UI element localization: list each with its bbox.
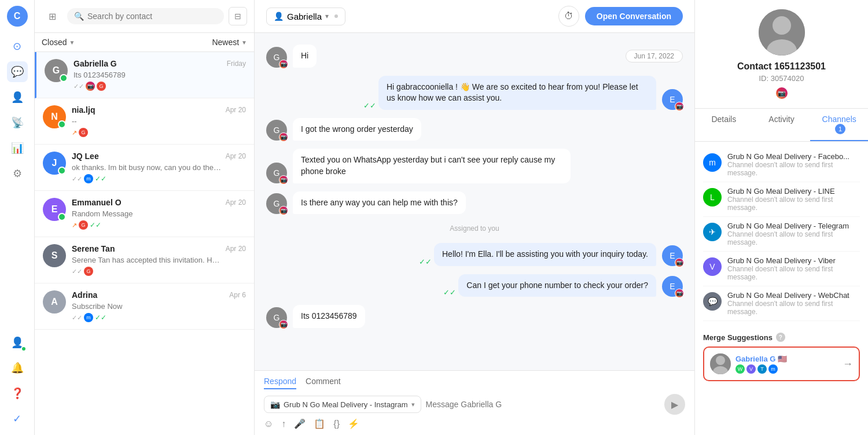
sidebar-item-profile[interactable]: 👤: [7, 332, 28, 353]
variable-icon[interactable]: {}: [333, 419, 340, 429]
msg-channel-badge-5: 📷: [279, 206, 288, 215]
msg-avatar-8: E 📷: [662, 276, 683, 297]
lightning-icon[interactable]: ⚡: [348, 418, 359, 429]
contact-selector-name: Gabriella: [287, 12, 322, 21]
read-check-5: ✓✓: [72, 268, 82, 275]
msg-check-8: ✓✓: [443, 288, 456, 297]
merge-suggestions-title: Merge Suggestions ?: [703, 333, 860, 342]
sidebar-item-dashboard[interactable]: ⊙: [7, 36, 28, 57]
channel-icon-webchat: 💬: [703, 292, 722, 311]
sidebar-item-reports[interactable]: 📊: [7, 138, 28, 158]
contact-selector[interactable]: 👤 Gabriella ▾: [266, 8, 345, 25]
conv-item-6[interactable]: A Adrina Apr 6 Subscribe Now ✓✓ m ✓✓: [35, 283, 254, 330]
read-check-1: ✓✓: [73, 83, 84, 90]
merge-contact-channels: W V T m: [735, 364, 787, 374]
conv-filter-bar: Closed ▼ Newest ▼: [35, 33, 254, 52]
conv-avatar-wrap-6: A: [43, 290, 66, 314]
sidebar-item-check[interactable]: ✓: [7, 408, 28, 429]
status-dot-4: [58, 213, 66, 221]
channel-select[interactable]: 📷 Grub N Go Meal Delivery - Instagram ▾: [264, 396, 421, 413]
conv-item-preview-1: Its 0123456789: [73, 71, 224, 79]
search-input[interactable]: [87, 12, 217, 21]
template-icon[interactable]: 📋: [314, 418, 325, 429]
msg-row-3: G 📷 I got the wrong order yesterday: [266, 118, 683, 141]
user-avatar[interactable]: C: [7, 6, 28, 27]
sidebar-item-listen[interactable]: 📡: [7, 112, 28, 133]
sidebar-item-settings[interactable]: ⚙: [7, 163, 28, 184]
sidebar-item-contacts[interactable]: 👤: [7, 87, 28, 108]
merge-suggestions-section: Merge Suggestions ? Gabriella G 🇺🇸 W V: [695, 327, 868, 387]
chat-header-right: ⏱ Open Conversation: [558, 6, 683, 27]
channel-desc-webchat: Channel doesn't allow to send first mess…: [727, 300, 860, 316]
conv-item-5[interactable]: S Serene Tan Apr 20 Serene Tan has accep…: [35, 237, 254, 283]
search-box[interactable]: 🔍: [67, 8, 224, 24]
merge-help-icon[interactable]: ?: [776, 333, 785, 342]
sort-filter[interactable]: Newest ▼: [212, 38, 247, 47]
sidebar-item-conversations[interactable]: 💬: [7, 61, 28, 82]
open-conversation-button[interactable]: Open Conversation: [585, 7, 683, 25]
messenger-channel-icon-3: m: [84, 174, 93, 183]
conv-item-3[interactable]: J JQ Lee Apr 20 ok thanks. Im bit busy n…: [35, 145, 254, 191]
channel-icon-line: L: [703, 188, 722, 207]
msg-bubble-7: Hello! I'm Ella. I'll be assisting you w…: [434, 243, 656, 266]
filter-button[interactable]: ⊟: [229, 7, 247, 25]
msg-row-4: G 📷 Texted you on WhatsApp yesterday but…: [266, 149, 683, 183]
msg-check-2: ✓✓: [363, 101, 376, 110]
msg-channel-badge-2: 📷: [675, 102, 684, 111]
merge-channel-messenger: m: [768, 364, 778, 374]
tab-respond[interactable]: Respond: [264, 377, 296, 389]
sidebar-item-notifications[interactable]: 🔔: [7, 357, 28, 378]
msg-bubble-8: Can I get your phone number to check you…: [458, 274, 656, 297]
mic-icon[interactable]: 🎤: [294, 418, 306, 429]
contact-selector-dot: [334, 14, 338, 18]
timer-icon: ⏱: [564, 11, 573, 21]
tab-activity[interactable]: Activity: [753, 109, 811, 141]
msg-row-2: E 📷 ✓✓ Hi gabraccooniella ! 👋 We are so …: [266, 76, 683, 110]
conv-channels-4: ↗ G ✓✓: [72, 220, 101, 230]
msg-bubble-3: I got the wrong order yesterday: [293, 118, 421, 141]
sidebar-item-help[interactable]: ❓: [7, 383, 28, 404]
channel-info-line: Grub N Go Meal Delivery - LINE Channel d…: [727, 187, 860, 212]
status-filter-arrow: ▼: [69, 39, 75, 46]
search-icon: 🔍: [74, 12, 84, 21]
msg-avatar-3: G 📷: [266, 120, 287, 141]
conv-item-name-4: Emmanuel O: [72, 198, 122, 207]
conv-avatar-6: A: [43, 290, 66, 314]
timer-button[interactable]: ⏱: [558, 6, 579, 27]
conv-item-2[interactable]: N nia.ljq Apr 20 -- ↗ G: [35, 98, 254, 145]
tab-details[interactable]: Details: [695, 109, 753, 141]
conv-item-content-5: Serene Tan Apr 20 Serene Tan has accepte…: [72, 244, 246, 276]
chat-messages: G 📷 Hi Jun 17, 2022 E 📷 ✓✓ Hi gabraccoon…: [255, 33, 694, 370]
channels-badge: 1: [835, 124, 845, 134]
assigned-banner: Assigned to you: [266, 222, 683, 235]
conv-item-content-4: Emmanuel O Apr 20 Random Message ↗ G ✓✓: [72, 198, 246, 230]
conv-avatar-wrap-3: J: [43, 152, 66, 175]
conv-item-time-4: Apr 20: [226, 198, 246, 207]
merge-arrow-button[interactable]: →: [843, 358, 853, 370]
channel-item-viber: V Grub N Go Meal Delivery - Viber Channe…: [703, 252, 860, 286]
conversation-list: G Gabriella G Friday Its 0123456789 ✓✓ 📷…: [35, 52, 254, 435]
status-filter[interactable]: Closed ▼: [42, 38, 75, 47]
conv-channels-1: ✓✓ 📷 G: [73, 82, 106, 91]
channel-icon-messenger: m: [703, 153, 722, 172]
msg-channel-badge-8: 📷: [675, 289, 684, 298]
conv-item-time-1: Friday: [227, 60, 246, 68]
sidebar: C ⊙ 💬 👤 📡 📊 ⚙ 👤 🔔 ❓ ✓: [0, 0, 35, 435]
send-button[interactable]: ▶: [664, 394, 685, 415]
merge-card[interactable]: Gabriella G 🇺🇸 W V T m →: [703, 346, 860, 381]
conv-avatar-5: S: [43, 244, 66, 267]
toggle-sidebar-btn[interactable]: ⊞: [42, 6, 62, 27]
upload-icon[interactable]: ↑: [281, 419, 286, 429]
msg-row-9: G 📷 Its 0123456789: [266, 305, 683, 328]
profile-channel: 📷: [704, 87, 859, 99]
message-input[interactable]: [426, 397, 660, 411]
chat-input-tabs: Respond Comment: [264, 377, 685, 389]
tab-channels[interactable]: Channels 1: [810, 109, 868, 141]
emoji-icon[interactable]: ☺: [264, 419, 273, 429]
chat-input-area: Respond Comment 📷 Grub N Go Meal Deliver…: [255, 370, 694, 435]
date-badge-1: Jun 17, 2022: [626, 50, 683, 62]
conv-item-1[interactable]: G Gabriella G Friday Its 0123456789 ✓✓ 📷…: [35, 52, 254, 98]
conv-item-4[interactable]: E Emmanuel O Apr 20 Random Message ↗ G ✓…: [35, 191, 254, 237]
gmail-channel-icon-2: G: [79, 128, 88, 137]
tab-comment[interactable]: Comment: [306, 377, 341, 389]
